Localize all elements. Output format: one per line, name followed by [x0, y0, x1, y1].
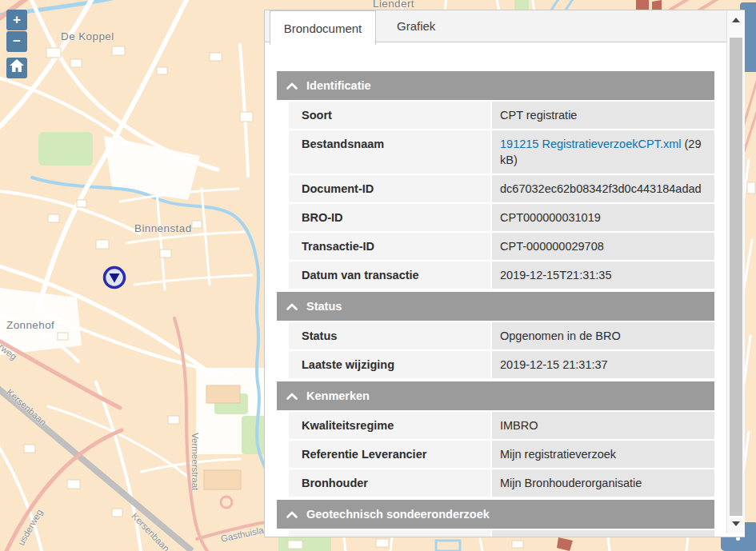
detail-row: KwaliteitsregimeIMBRO: [289, 412, 714, 439]
section-header-identificatie[interactable]: Identificatie: [277, 71, 714, 100]
zoom-controls: + −: [6, 10, 27, 52]
row-label: Transactie-ID: [289, 233, 490, 260]
section-title: Identificatie: [306, 79, 371, 92]
section-header-kenmerken[interactable]: Kenmerken: [277, 381, 714, 410]
row-value: Mijn registratieverzoek: [492, 441, 714, 468]
section-header-geotechnisch-sondeeronderzoek[interactable]: Geotechnisch sondeeronderzoek: [277, 500, 714, 529]
tab-bar: Brondocument Grafiek: [265, 10, 745, 42]
detail-panel: Brondocument Grafiek IdentificatieSoortC…: [264, 10, 745, 537]
zoom-out-button[interactable]: −: [6, 31, 27, 52]
row-value: dc67032ec62b08342f3d0c443184adad: [492, 175, 714, 202]
section-title: Status: [306, 300, 342, 313]
row-label: Laatste wijziging: [289, 351, 490, 378]
row-label: Document-ID: [289, 175, 490, 202]
row-label: Soort: [289, 102, 490, 129]
detail-row: StatusOpgenomen in de BRO: [289, 322, 714, 349]
map-marker[interactable]: [101, 264, 128, 291]
row-value: Opgenomen in de BRO: [492, 322, 714, 349]
detail-row: Referentie LeverancierMijn registratieve…: [289, 441, 714, 468]
row-value: CPT-000000029708: [492, 233, 714, 260]
row-value: 2019-12-15T21:31:35: [492, 262, 714, 289]
detail-row: Datum van transactie2019-12-15T21:31:35: [289, 262, 714, 289]
row-value: 191215 RegistratieverzoekCPT.xml (29 kB): [492, 130, 714, 174]
row-label: Status: [289, 322, 490, 349]
chevron-up-icon: [286, 511, 298, 518]
detail-row: SoortCPT registratie: [289, 102, 714, 129]
row-value: 50200097: [492, 530, 714, 537]
zoom-in-button[interactable]: +: [6, 10, 27, 30]
section-title: Kenmerken: [306, 389, 370, 402]
tab-grafiek[interactable]: Grafiek: [376, 10, 456, 42]
detail-row: Uitvoerder50200097: [289, 530, 714, 537]
row-value: IMBRO: [492, 412, 714, 439]
row-value: Mijn Bronhouderorganisatie: [492, 469, 714, 497]
scroll-down-button[interactable]: [732, 521, 740, 526]
row-value: 2019-12-15 21:31:37: [492, 351, 714, 378]
row-label: Bronhouder: [289, 469, 490, 497]
chevron-up-icon: [286, 393, 298, 400]
detail-row: Document-IDdc67032ec62b08342f3d0c443184a…: [289, 175, 714, 202]
detail-row: Laatste wijziging2019-12-15 21:31:37: [289, 351, 714, 378]
row-label: Kwaliteitsregime: [289, 412, 490, 439]
row-label: Referentie Leverancier: [289, 441, 490, 468]
chevron-up-icon: [286, 303, 298, 310]
panel-scrollbar[interactable]: [726, 10, 745, 533]
row-label: BRO-ID: [289, 204, 490, 231]
row-value: CPT000000031019: [492, 204, 714, 231]
file-download-link[interactable]: 191215 RegistratieverzoekCPT.xml: [500, 138, 681, 150]
home-button[interactable]: [6, 58, 27, 78]
app-window: De KoppelLiendertBinnenstadZonnehofkerwe…: [0, 0, 756, 551]
detail-row: Bestandsnaam191215 RegistratieverzoekCPT…: [289, 130, 714, 174]
section-header-status[interactable]: Status: [277, 292, 714, 321]
panel-content: IdentificatieSoortCPT registratieBestand…: [265, 51, 745, 537]
detail-row: BRO-IDCPT000000031019: [289, 204, 714, 231]
home-icon: [9, 58, 25, 73]
chevron-up-icon: [286, 82, 298, 90]
row-label: Datum van transactie: [289, 262, 490, 289]
section-title: Geotechnisch sondeeronderzoek: [306, 508, 490, 521]
detail-row: Transactie-IDCPT-000000029708: [289, 233, 714, 260]
scroll-up-button[interactable]: [732, 18, 740, 22]
row-label: Uitvoerder: [289, 530, 490, 537]
row-value: CPT registratie: [492, 102, 714, 129]
detail-row: BronhouderMijn Bronhouderorganisatie: [289, 469, 714, 497]
scrollbar-thumb[interactable]: [730, 38, 742, 516]
row-label: Bestandsnaam: [289, 130, 490, 174]
tab-brondocument[interactable]: Brondocument: [270, 10, 376, 45]
